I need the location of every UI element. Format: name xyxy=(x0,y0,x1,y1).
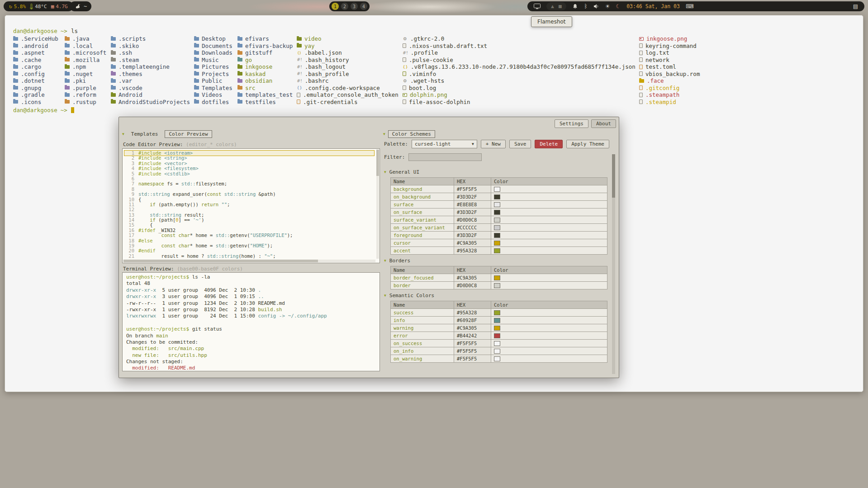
color-hex-value[interactable]: #C9A305 xyxy=(454,239,491,247)
tray-icon[interactable]: ▤ xyxy=(853,4,858,9)
color-hex-value[interactable]: #F5F5F5 xyxy=(454,340,491,347)
color-swatch[interactable] xyxy=(494,218,500,223)
color-hex-value[interactable]: #CCCCCC xyxy=(454,224,491,232)
brightness-sun-icon[interactable]: ☀ xyxy=(605,4,610,9)
color-swatch[interactable] xyxy=(494,210,500,215)
save-button[interactable]: Save xyxy=(509,140,531,148)
color-hex-value[interactable]: #C9A305 xyxy=(454,324,491,332)
color-hex-value[interactable]: #60928F xyxy=(454,317,491,324)
color-swatch[interactable] xyxy=(494,202,500,207)
color-hex-value[interactable]: #F5F5F5 xyxy=(454,355,491,363)
flameshot-tray-icon[interactable]: ▲ xyxy=(551,4,554,9)
volume-icon[interactable] xyxy=(593,4,599,9)
collapse-icon[interactable]: ▼ xyxy=(383,132,385,136)
screencast-icon[interactable] xyxy=(534,4,541,9)
color-swatch[interactable] xyxy=(494,194,500,199)
color-swatch[interactable] xyxy=(494,356,500,361)
file-name: file-assoc-dolphin xyxy=(409,99,470,106)
collapse-icon[interactable]: ▼ xyxy=(122,132,124,136)
folder-icon xyxy=(237,65,242,69)
color-hex-value[interactable]: #95A328 xyxy=(454,309,491,317)
recorder-tray-icon[interactable]: ■ xyxy=(558,4,562,9)
workspace-button-2[interactable]: 2 xyxy=(341,3,348,10)
tab-color-preview[interactable]: Color Preview xyxy=(165,130,212,138)
settings-button[interactable]: Settings xyxy=(555,119,588,128)
color-row: on_success#F5F5F5 xyxy=(391,340,607,347)
section-header[interactable]: ▼General UI xyxy=(384,168,607,176)
file-icon xyxy=(297,93,300,97)
file-name: templates_test xyxy=(245,91,293,99)
new-palette-button[interactable]: + New xyxy=(481,140,506,148)
scrollbar-thumb[interactable] xyxy=(612,154,615,198)
palette-select[interactable]: cursed-light ▼ xyxy=(412,140,477,148)
editor-vertical-scrollbar[interactable] xyxy=(376,149,379,259)
folder-icon xyxy=(13,100,18,104)
color-swatch[interactable] xyxy=(494,225,500,230)
tab-templates[interactable]: Templates xyxy=(127,130,162,138)
color-hex-value[interactable]: #3D3D2F xyxy=(454,232,491,239)
focused-window-module[interactable]: ~ xyxy=(70,1,91,11)
color-hex-value[interactable]: #3D3D2F xyxy=(454,208,491,216)
color-swatch[interactable] xyxy=(494,241,500,246)
section-header[interactable]: ▼Borders xyxy=(384,257,607,265)
color-hex-value[interactable]: #C9A305 xyxy=(454,274,491,282)
code-text: #include <cstdlib> xyxy=(138,171,190,176)
file-entry: ().babel.json xyxy=(297,49,398,57)
apply-theme-button[interactable]: Apply Theme xyxy=(566,140,609,148)
color-hex-value[interactable]: #95A328 xyxy=(454,247,491,255)
system-stats-module: ↻ 5.8% 48°C ▦ 4.7G xyxy=(4,1,73,11)
scrollbar-thumb[interactable] xyxy=(123,260,318,262)
workspace-button-1[interactable]: 1 xyxy=(332,3,339,10)
section-header[interactable]: ▼Semantic Colors xyxy=(384,292,607,299)
file-name: Documents xyxy=(202,43,232,50)
color-swatch[interactable] xyxy=(494,248,500,253)
file-entry: dolphin.png xyxy=(403,91,636,99)
clock[interactable]: 03:46 Sat, Jan 03 xyxy=(626,3,680,9)
file-name: .icons xyxy=(21,99,41,106)
file-icon xyxy=(403,57,406,62)
about-button[interactable]: About xyxy=(591,119,616,128)
bluetooth-icon[interactable]: ᛒ xyxy=(584,4,587,9)
color-swatch[interactable] xyxy=(494,333,500,338)
color-hex-value[interactable]: #B44242 xyxy=(454,332,491,340)
line-number: 9 xyxy=(124,192,134,197)
terminal-preview-line: total 48 xyxy=(126,280,376,287)
file-name: .pki xyxy=(72,77,86,85)
filter-input[interactable] xyxy=(408,153,482,161)
color-swatch[interactable] xyxy=(494,318,500,323)
folder-icon xyxy=(237,37,242,41)
color-swatch[interactable] xyxy=(494,310,500,315)
color-swatch[interactable] xyxy=(494,326,500,331)
color-hex-value[interactable]: #F5F5F5 xyxy=(454,185,491,193)
color-hex-value[interactable]: #F5F5F5 xyxy=(454,347,491,355)
file-name: dotfiles xyxy=(202,99,229,106)
color-hex-value[interactable]: #D0D0C8 xyxy=(454,282,491,289)
color-swatch[interactable] xyxy=(494,187,500,192)
keyboard-layout-icon[interactable]: ⌨ xyxy=(686,4,693,9)
terminal-preview-line: modified: README.md xyxy=(126,365,376,371)
screenshot-tools-tray[interactable]: ▲ ■ xyxy=(546,2,566,10)
color-swatch[interactable] xyxy=(494,283,500,288)
notifications-bell-icon[interactable] xyxy=(572,4,578,9)
file-name: .steampid xyxy=(645,99,676,106)
night-light-icon[interactable]: ☾ xyxy=(616,4,621,9)
file-entry: Desktop xyxy=(194,35,232,43)
scrollbar-thumb[interactable] xyxy=(376,150,379,176)
current-prompt-line[interactable]: dan@darkgoose~> xyxy=(13,107,74,114)
color-hex-value[interactable]: #E8E8E8 xyxy=(454,201,491,208)
color-schemes-scrollbar[interactable] xyxy=(612,154,615,374)
color-swatch[interactable] xyxy=(494,233,500,238)
file-entry: boot.log xyxy=(403,85,636,92)
delete-button[interactable]: Delete xyxy=(535,140,563,148)
file-entry: inkgoose.png xyxy=(639,35,700,43)
file-entry: .ServiceHub xyxy=(13,35,58,43)
color-swatch[interactable] xyxy=(494,275,500,280)
color-hex-value[interactable]: #D0D0C8 xyxy=(454,216,491,224)
workspace-button-4[interactable]: 4 xyxy=(360,3,367,10)
workspace-button-3[interactable]: 3 xyxy=(351,3,358,10)
color-swatch[interactable] xyxy=(494,349,500,354)
terminal-preview-line: drwxr-xr-x 3 user group 4096 Dec 1 09:15… xyxy=(126,294,376,300)
color-hex-value[interactable]: #3D3D2F xyxy=(454,193,491,201)
color-swatch[interactable] xyxy=(494,341,500,346)
editor-horizontal-scrollbar[interactable] xyxy=(123,260,375,262)
